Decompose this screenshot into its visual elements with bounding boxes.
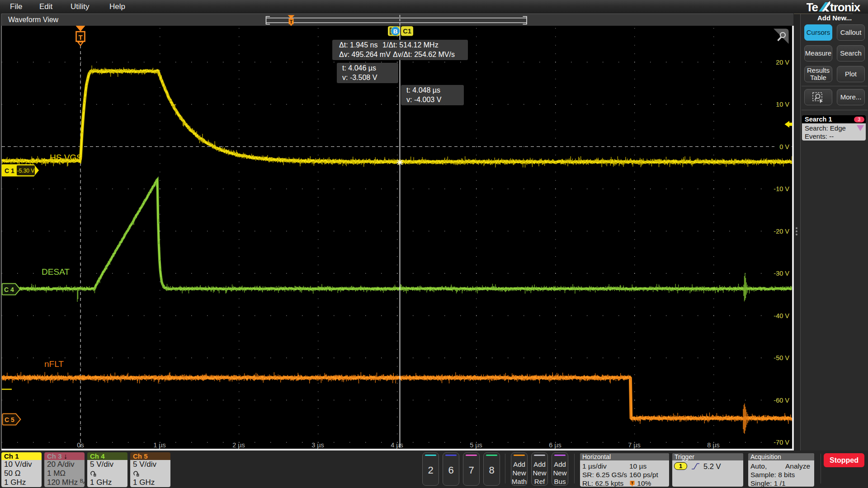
svg-text:nFLT: nFLT — [44, 359, 64, 369]
svg-text:-50 V: -50 V — [774, 354, 789, 361]
svg-text:8 µs: 8 µs — [707, 441, 720, 449]
svg-text:-10 V: -10 V — [774, 185, 789, 192]
svg-text:5 µs: 5 µs — [470, 441, 482, 449]
svg-text:T: T — [631, 481, 634, 485]
svg-text:-20 V: -20 V — [774, 228, 789, 235]
svg-text:-30 V: -30 V — [774, 270, 789, 277]
svg-text:4 µs: 4 µs — [391, 441, 403, 449]
svg-text:-70 V: -70 V — [774, 439, 789, 446]
svg-text:7 µs: 7 µs — [628, 441, 641, 449]
svg-text:-5.30 V: -5.30 V — [17, 168, 35, 174]
svg-text:0 V: 0 V — [779, 143, 789, 150]
svg-text:3 µs: 3 µs — [311, 441, 324, 449]
svg-text:DESAT: DESAT — [42, 267, 70, 277]
svg-text:C 1: C 1 — [5, 167, 14, 174]
svg-text:B: B — [393, 28, 398, 35]
svg-text:6 µs: 6 µs — [549, 441, 561, 449]
svg-text:C1: C1 — [403, 28, 411, 35]
svg-text:T: T — [289, 19, 292, 24]
svg-text:C 4: C 4 — [4, 286, 14, 293]
svg-text:T: T — [78, 33, 82, 41]
svg-text:10 V: 10 V — [776, 101, 789, 108]
svg-text:-60 V: -60 V — [774, 397, 789, 404]
svg-text:HS VGS: HS VGS — [50, 153, 82, 162]
svg-text:2 µs: 2 µs — [232, 441, 245, 449]
svg-text:0s: 0s — [77, 441, 84, 449]
svg-text:-40 V: -40 V — [774, 312, 789, 319]
svg-text:C 5: C 5 — [5, 416, 14, 423]
svg-text:1 µs: 1 µs — [153, 441, 166, 449]
svg-text:20 V: 20 V — [776, 59, 789, 66]
